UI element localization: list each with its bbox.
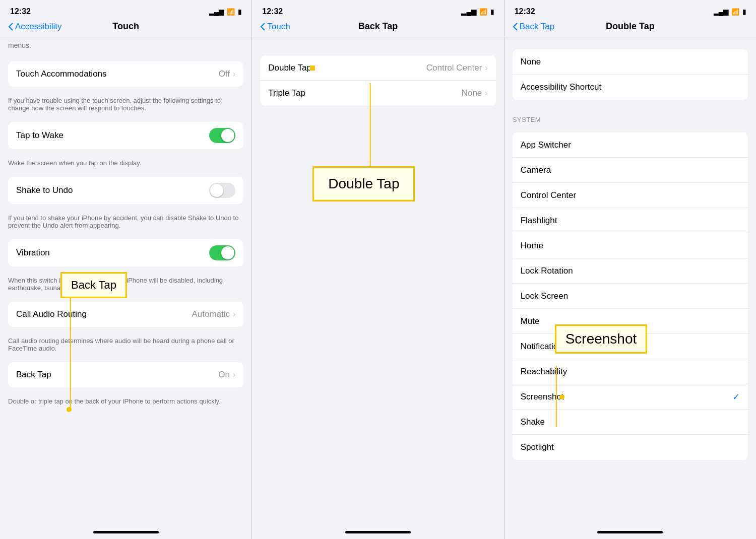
settings-content: None Accessibility Shortcut SYSTEM App S… [505,37,756,525]
screenshot-checkmark: ✓ [732,391,740,402]
double-tap-panel: 12:32 ▂▄▆ 📶 ▮ Back Tap Double Tap None A… [505,0,756,539]
camera-label: Camera [521,165,551,175]
control-center-row[interactable]: Control Center [513,183,748,208]
section-note: menus. [0,37,251,55]
home-label: Home [521,241,543,251]
double-tap-annotation: Double Tap [312,166,415,201]
shake-row[interactable]: Shake [513,410,748,435]
spotlight-row[interactable]: Spotlight [513,435,748,460]
control-center-label: Control Center [521,190,577,200]
system-section-label: SYSTEM [505,106,756,126]
vibration-row[interactable]: Vibration [8,239,243,266]
back-tap-panel: 12:32 ▂▄▆ 📶 ▮ Touch Back Tap Double Tap … [252,0,504,539]
wifi-icon: 📶 [731,8,739,16]
screenshot-row[interactable]: Screenshot ✓ [513,384,748,410]
tap-to-wake-desc: Wake the screen when you tap on the disp… [0,155,251,171]
screenshot-annotation: Screenshot [555,324,648,354]
triple-tap-row[interactable]: Triple Tap None › [260,81,495,106]
app-switcher-row[interactable]: App Switcher [513,132,748,158]
top-options-group: None Accessibility Shortcut [513,49,748,100]
vibration-label: Vibration [16,248,50,258]
none-row[interactable]: None [513,49,748,75]
shake-to-undo-group: Shake to Undo [8,177,243,204]
status-icons: ▂▄▆ 📶 ▮ [461,8,493,16]
none-label: None [521,57,541,67]
call-audio-group: Call Audio Routing Automatic › [8,302,243,327]
status-time: 12:32 [515,7,535,16]
tap-to-wake-toggle[interactable] [209,128,235,143]
home-indicator [505,525,756,539]
settings-content: Double Tap Control Center › Triple Tap N… [252,37,503,525]
lock-rotation-label: Lock Rotation [521,266,573,276]
vibration-toggle[interactable] [209,245,235,260]
call-audio-row[interactable]: Call Audio Routing Automatic › [8,302,243,327]
battery-icon: ▮ [742,8,746,16]
tap-to-wake-group: Tap to Wake [8,122,243,149]
status-bar: 12:32 ▂▄▆ 📶 ▮ [252,0,503,19]
camera-row[interactable]: Camera [513,158,748,183]
double-tap-value: Control Center › [426,63,488,73]
home-bar [345,531,411,533]
shake-to-undo-row[interactable]: Shake to Undo [8,177,243,204]
back-tap-value: On › [218,370,235,380]
touch-accommodations-label: Touch Accommodations [16,69,107,79]
back-button[interactable]: Back Tap [513,22,555,32]
shake-label: Shake [521,417,545,427]
home-row[interactable]: Home [513,233,748,258]
back-button[interactable]: Accessibility [8,22,62,32]
back-tap-annotation: Back Tap [60,272,127,298]
mute-label: Mute [521,316,540,326]
touch-accommodations-value: Off › [219,69,236,79]
home-indicator [252,525,503,539]
home-bar [93,531,159,533]
system-options-group: App Switcher Camera Control Center Flash… [513,132,748,460]
flashlight-row[interactable]: Flashlight [513,208,748,233]
annotation-dot-double-tap [310,65,315,71]
nav-bar: Touch Back Tap [252,19,503,37]
call-audio-label: Call Audio Routing [16,309,87,319]
status-icons: ▂▄▆ 📶 ▮ [714,8,746,16]
chevron-icon: › [233,310,235,319]
home-bar [597,531,663,533]
back-button[interactable]: Touch [260,22,290,32]
shake-to-undo-toggle[interactable] [209,183,235,198]
annotation-dot-back-tap [67,407,72,412]
touch-description: If you have trouble using the touch scre… [0,93,251,116]
back-tap-group: Back Tap On › [8,362,243,387]
accessibility-shortcut-row[interactable]: Accessibility Shortcut [513,75,748,100]
double-tap-row[interactable]: Double Tap Control Center › [260,55,495,81]
touch-accommodations-group: Touch Accommodations Off › [8,61,243,87]
back-tap-desc: Double or triple tap on the back of your… [0,393,251,409]
nav-bar: Back Tap Double Tap [505,19,756,37]
tap-to-wake-row[interactable]: Tap to Wake [8,122,243,149]
app-switcher-label: App Switcher [521,140,571,150]
signal-icon: ▂▄▆ [209,8,224,16]
touch-accommodations-row[interactable]: Touch Accommodations Off › [8,61,243,87]
annotation-dot-screenshot [559,394,564,399]
lock-screen-label: Lock Screen [521,291,569,301]
signal-icon: ▂▄▆ [714,8,728,16]
status-time: 12:32 [10,7,31,16]
chevron-icon: › [485,63,487,73]
triple-tap-value: None › [462,88,488,98]
triple-tap-label: Triple Tap [268,88,305,98]
back-tap-row[interactable]: Back Tap On › [8,362,243,387]
touch-settings-panel: 12:32 ▂▄▆ 📶 ▮ Accessibility Touch menus.… [0,0,252,539]
spotlight-label: Spotlight [521,442,554,452]
lock-screen-row[interactable]: Lock Screen [513,284,748,309]
home-indicator [0,525,251,539]
accessibility-shortcut-label: Accessibility Shortcut [521,82,602,92]
shake-to-undo-label: Shake to Undo [16,185,73,195]
reachability-row[interactable]: Reachability [513,359,748,384]
chevron-icon: › [233,70,235,79]
tap-to-wake-label: Tap to Wake [16,130,64,141]
call-audio-value: Automatic › [192,309,235,319]
shake-desc: If you tend to shake your iPhone by acci… [0,210,251,233]
lock-rotation-row[interactable]: Lock Rotation [513,258,748,284]
wifi-icon: 📶 [227,8,235,16]
reachability-label: Reachability [521,367,568,377]
status-time: 12:32 [262,7,283,16]
vibration-group: Vibration [8,239,243,266]
wifi-icon: 📶 [479,8,487,16]
nav-title: Back Tap [358,21,398,32]
